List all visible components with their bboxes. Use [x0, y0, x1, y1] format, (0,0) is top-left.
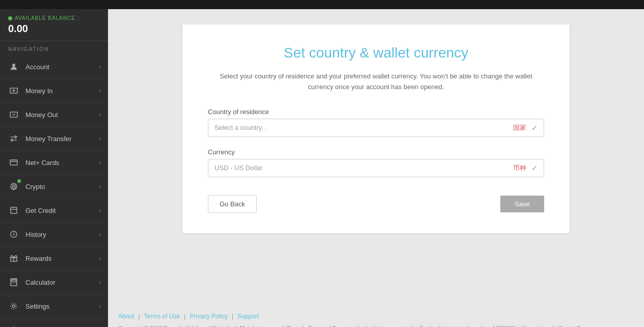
chevron-right-icon: › — [99, 279, 101, 285]
sidebar-item-support[interactable]: Support › — [0, 318, 108, 327]
chevron-right-icon: › — [99, 183, 101, 189]
svg-point-19 — [13, 305, 15, 308]
sidebar-item-settings[interactable]: Settings › — [0, 294, 108, 318]
form-actions: Go Back Save — [208, 195, 544, 213]
country-check-icon: ✓ — [531, 124, 538, 132]
footer-copyright: Copyright © 2017 Paysafe Holdings UK Lim… — [118, 324, 634, 328]
footer: About | Terms of Use | Privacy Policy | … — [118, 305, 634, 328]
currency-annotation: 币种 — [513, 164, 526, 173]
svg-point-0 — [12, 64, 15, 67]
chevron-right-icon: › — [99, 255, 101, 261]
currency-select-value: USD - US Dollar — [214, 164, 508, 172]
sidebar-item-crypto[interactable]: Crypto › — [0, 175, 108, 199]
top-bar — [0, 0, 644, 9]
sidebar-item-money-in[interactable]: Money In › — [0, 79, 108, 103]
footer-link-support[interactable]: Support — [233, 313, 263, 320]
settings-icon — [8, 301, 19, 312]
country-form-group: Country of residence Select a country...… — [208, 108, 544, 137]
currency-check-icon: ✓ — [531, 164, 538, 172]
support-icon — [8, 324, 19, 327]
nav-section-label: NAVIGATION — [0, 41, 108, 55]
chevron-right-icon: › — [99, 64, 101, 70]
balance-amount: 0.00 — [8, 23, 100, 35]
sidebar-item-get-credit[interactable]: Get Credit › — [0, 199, 108, 223]
main-content: Set country & wallet currency Select you… — [108, 9, 644, 327]
chevron-right-icon: › — [99, 88, 101, 94]
balance-label: AVAILABLE BALANCE : — [8, 15, 100, 21]
footer-link-terms[interactable]: Terms of Use — [140, 313, 184, 320]
money-out-icon — [8, 109, 19, 120]
footer-links: About | Terms of Use | Privacy Policy | … — [118, 313, 634, 320]
sidebar-item-money-transfer[interactable]: Money Transfer › — [0, 127, 108, 151]
history-icon — [8, 229, 19, 240]
card: Set country & wallet currency Select you… — [182, 24, 570, 233]
card-title: Set country & wallet currency — [208, 45, 544, 61]
chevron-right-icon: › — [99, 231, 101, 237]
money-in-icon — [8, 85, 19, 96]
rewards-icon — [8, 253, 19, 264]
svg-rect-9 — [11, 207, 17, 213]
sidebar-item-history[interactable]: History › — [0, 223, 108, 247]
chevron-right-icon: › — [99, 207, 101, 213]
currency-select[interactable]: USD - US Dollar 币种 ✓ — [208, 159, 544, 177]
balance-section: AVAILABLE BALANCE : 0.00 — [0, 9, 108, 41]
currency-label: Currency — [208, 148, 544, 156]
card-description: Select your country of residence and you… — [208, 71, 544, 93]
sidebar-item-calculator[interactable]: Calculator › — [0, 270, 108, 294]
sidebar-item-account[interactable]: Account › — [0, 55, 108, 79]
credit-icon — [8, 205, 19, 216]
country-select-placeholder: Select a country... — [214, 124, 508, 131]
chevron-right-icon: › — [99, 135, 101, 142]
svg-rect-6 — [10, 160, 17, 165]
balance-dot — [8, 16, 12, 20]
chevron-right-icon: › — [99, 112, 101, 118]
footer-link-privacy[interactable]: Privacy Policy — [185, 313, 232, 320]
person-icon — [8, 61, 19, 72]
svg-point-8 — [11, 183, 17, 189]
card-icon — [8, 157, 19, 168]
sidebar-item-net-cards[interactable]: Net+ Cards › — [0, 151, 108, 175]
sidebar: AVAILABLE BALANCE : 0.00 NAVIGATION Acco… — [0, 9, 108, 327]
go-back-button[interactable]: Go Back — [208, 195, 257, 213]
crypto-icon — [8, 181, 19, 192]
country-label: Country of residence — [208, 108, 544, 116]
layout: AVAILABLE BALANCE : 0.00 NAVIGATION Acco… — [0, 9, 644, 327]
country-annotation: 国家 — [513, 123, 526, 132]
transfer-icon — [8, 133, 19, 144]
sidebar-item-rewards[interactable]: Rewards › — [0, 247, 108, 270]
footer-link-about[interactable]: About — [118, 313, 138, 320]
currency-form-group: Currency USD - US Dollar 币种 ✓ — [208, 148, 544, 177]
calculator-icon — [8, 277, 19, 288]
country-select[interactable]: Select a country... 国家 ✓ — [208, 119, 544, 137]
sidebar-item-money-out[interactable]: Money Out › — [0, 103, 108, 127]
chevron-right-icon: › — [99, 303, 101, 309]
save-button[interactable]: Save — [500, 196, 544, 212]
chevron-right-icon: › — [99, 159, 101, 166]
svg-rect-15 — [12, 280, 16, 281]
